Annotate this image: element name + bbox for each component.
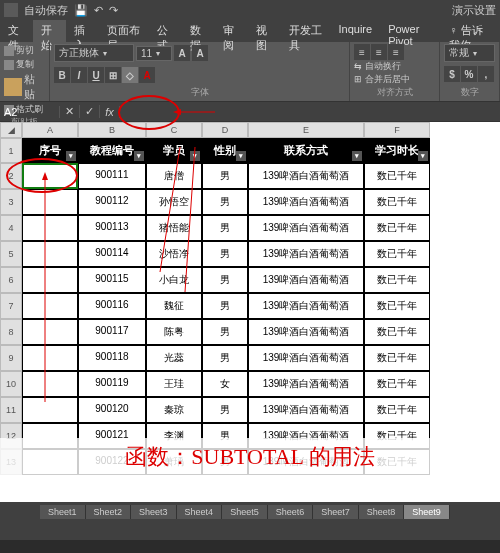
merge-button[interactable]: ⊞ 合并后居中: [354, 73, 435, 86]
cell[interactable]: [22, 163, 78, 189]
sheet-tab[interactable]: Sheet7: [313, 505, 359, 519]
fx-button[interactable]: fx: [100, 106, 120, 118]
cell[interactable]: 900112: [78, 189, 146, 215]
table-header[interactable]: 学员▾: [146, 138, 202, 163]
filter-icon[interactable]: ▾: [134, 151, 144, 161]
cell[interactable]: 900113: [78, 215, 146, 241]
tab-dev[interactable]: 开发工具: [281, 20, 331, 42]
tab-home[interactable]: 开始: [33, 20, 66, 42]
cell[interactable]: 孙悟空: [146, 189, 202, 215]
sheet-tab[interactable]: Sheet6: [268, 505, 314, 519]
table-header[interactable]: 教程编号▾: [78, 138, 146, 163]
cell[interactable]: 数已千年: [364, 345, 430, 371]
cell[interactable]: 小白龙: [146, 267, 202, 293]
font-color-button[interactable]: A: [139, 67, 155, 83]
undo-icon[interactable]: ↶: [94, 4, 103, 17]
cell[interactable]: 900111: [78, 163, 146, 189]
cell[interactable]: 900114: [78, 241, 146, 267]
cell[interactable]: 139啤酒白酒葡萄酒: [248, 163, 364, 189]
table-header[interactable]: 性别▾: [202, 138, 248, 163]
worksheet[interactable]: ◢ABCDEF1序号▾教程编号▾学员▾性别▾联系方式▾学习时长▾2900111唐…: [0, 122, 500, 502]
col-header[interactable]: B: [78, 122, 146, 138]
row-header[interactable]: 1: [0, 138, 22, 163]
grow-font-button[interactable]: A: [174, 45, 190, 61]
row-header[interactable]: 4: [0, 215, 22, 241]
cell[interactable]: 男: [202, 241, 248, 267]
col-header[interactable]: F: [364, 122, 430, 138]
cell[interactable]: 秦琼: [146, 397, 202, 423]
cell[interactable]: 139啤酒白酒葡萄酒: [248, 293, 364, 319]
col-header[interactable]: A: [22, 122, 78, 138]
cell[interactable]: 猪悟能: [146, 215, 202, 241]
cell[interactable]: [22, 397, 78, 423]
cell[interactable]: 900116: [78, 293, 146, 319]
tab-formula[interactable]: 公式: [149, 20, 182, 42]
row-header[interactable]: 8: [0, 319, 22, 345]
tab-powerpivot[interactable]: Power Pivot: [380, 20, 441, 42]
border-button[interactable]: ⊞: [105, 67, 121, 83]
col-header[interactable]: D: [202, 122, 248, 138]
row-header[interactable]: 2: [0, 163, 22, 189]
cell[interactable]: 139啤酒白酒葡萄酒: [248, 215, 364, 241]
cell[interactable]: 数已千年: [364, 293, 430, 319]
row-header[interactable]: 11: [0, 397, 22, 423]
cell[interactable]: [22, 189, 78, 215]
cell[interactable]: 唐僧: [146, 163, 202, 189]
cell[interactable]: 139啤酒白酒葡萄酒: [248, 397, 364, 423]
align-top-button[interactable]: ≡: [354, 44, 370, 60]
sheet-tab[interactable]: Sheet2: [86, 505, 132, 519]
cell[interactable]: 女: [202, 371, 248, 397]
tab-data[interactable]: 数据: [182, 20, 215, 42]
cell[interactable]: [22, 293, 78, 319]
cell[interactable]: 光蕊: [146, 345, 202, 371]
wrap-button[interactable]: ⇆ 自动换行: [354, 60, 435, 73]
cell[interactable]: 数已千年: [364, 397, 430, 423]
sheet-tab[interactable]: Sheet5: [222, 505, 268, 519]
cell[interactable]: 沙悟净: [146, 241, 202, 267]
cell[interactable]: 数已千年: [364, 371, 430, 397]
cut-button[interactable]: 剪切: [4, 44, 45, 57]
row-header[interactable]: 3: [0, 189, 22, 215]
cell[interactable]: 139啤酒白酒葡萄酒: [248, 189, 364, 215]
font-size-combo[interactable]: 11▾: [136, 46, 172, 61]
cell[interactable]: 139啤酒白酒葡萄酒: [248, 267, 364, 293]
cell[interactable]: 900118: [78, 345, 146, 371]
cell[interactable]: [22, 345, 78, 371]
filter-icon[interactable]: ▾: [418, 151, 428, 161]
tab-review[interactable]: 审阅: [215, 20, 248, 42]
cell[interactable]: 男: [202, 345, 248, 371]
font-name-combo[interactable]: 方正姚体▾: [54, 44, 134, 62]
cell[interactable]: 900119: [78, 371, 146, 397]
tab-view[interactable]: 视图: [248, 20, 281, 42]
filter-icon[interactable]: ▾: [190, 151, 200, 161]
shrink-font-button[interactable]: A: [192, 45, 208, 61]
cell[interactable]: [22, 267, 78, 293]
col-header[interactable]: E: [248, 122, 364, 138]
enter-formula-button[interactable]: ✓: [80, 105, 100, 118]
save-icon[interactable]: 💾: [74, 4, 88, 17]
fill-color-button[interactable]: ◇: [122, 67, 138, 83]
col-header[interactable]: C: [146, 122, 202, 138]
row-header[interactable]: 9: [0, 345, 22, 371]
cell[interactable]: 900115: [78, 267, 146, 293]
cell[interactable]: [22, 215, 78, 241]
cell[interactable]: [22, 319, 78, 345]
cell[interactable]: 数已千年: [364, 267, 430, 293]
copy-button[interactable]: 复制: [4, 58, 45, 71]
row-header[interactable]: 5: [0, 241, 22, 267]
redo-icon[interactable]: ↷: [109, 4, 118, 17]
cell[interactable]: [22, 241, 78, 267]
cell[interactable]: 陈粤: [146, 319, 202, 345]
cell[interactable]: [22, 371, 78, 397]
cell[interactable]: 男: [202, 319, 248, 345]
cell[interactable]: 数已千年: [364, 215, 430, 241]
tab-file[interactable]: 文件: [0, 20, 33, 42]
cell[interactable]: 139啤酒白酒葡萄酒: [248, 319, 364, 345]
name-box[interactable]: A2: [0, 106, 60, 118]
cell[interactable]: 男: [202, 397, 248, 423]
sheet-tab[interactable]: Sheet8: [359, 505, 405, 519]
comma-button[interactable]: ,: [478, 66, 494, 82]
cell[interactable]: 王珪: [146, 371, 202, 397]
tab-insert[interactable]: 插入: [66, 20, 99, 42]
cell[interactable]: 数已千年: [364, 241, 430, 267]
